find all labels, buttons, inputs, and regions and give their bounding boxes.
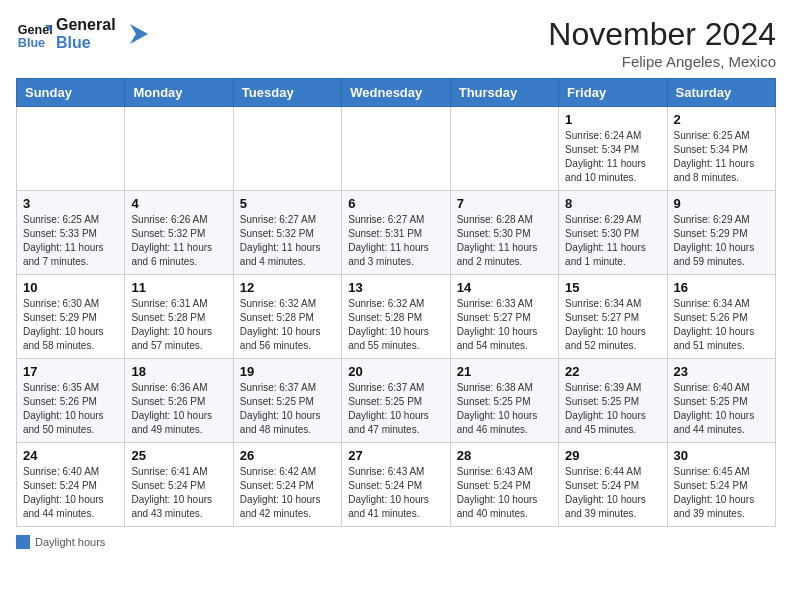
day-number: 24 [23,448,118,463]
day-number: 10 [23,280,118,295]
calendar-footer: Daylight hours [16,535,776,549]
day-info: Sunrise: 6:34 AM Sunset: 5:27 PM Dayligh… [565,297,660,353]
day-number: 20 [348,364,443,379]
day-info: Sunrise: 6:42 AM Sunset: 5:24 PM Dayligh… [240,465,335,521]
logo-general: General [56,16,116,34]
day-number: 6 [348,196,443,211]
calendar-cell: 21Sunrise: 6:38 AM Sunset: 5:25 PM Dayli… [450,359,558,443]
calendar-cell [342,107,450,191]
day-info: Sunrise: 6:37 AM Sunset: 5:25 PM Dayligh… [240,381,335,437]
calendar-cell [17,107,125,191]
calendar-cell: 5Sunrise: 6:27 AM Sunset: 5:32 PM Daylig… [233,191,341,275]
day-number: 15 [565,280,660,295]
logo: General Blue General Blue [16,16,148,52]
calendar-header: SundayMondayTuesdayWednesdayThursdayFrid… [17,79,776,107]
calendar-cell [233,107,341,191]
logo-arrow-icon [120,20,148,48]
calendar-week-row: 10Sunrise: 6:30 AM Sunset: 5:29 PM Dayli… [17,275,776,359]
calendar-week-row: 3Sunrise: 6:25 AM Sunset: 5:33 PM Daylig… [17,191,776,275]
month-title: November 2024 [548,16,776,53]
calendar-cell: 17Sunrise: 6:35 AM Sunset: 5:26 PM Dayli… [17,359,125,443]
day-info: Sunrise: 6:25 AM Sunset: 5:34 PM Dayligh… [674,129,769,185]
calendar-cell: 7Sunrise: 6:28 AM Sunset: 5:30 PM Daylig… [450,191,558,275]
day-info: Sunrise: 6:26 AM Sunset: 5:32 PM Dayligh… [131,213,226,269]
daylight-label: Daylight hours [35,536,105,548]
day-number: 21 [457,364,552,379]
calendar-cell: 6Sunrise: 6:27 AM Sunset: 5:31 PM Daylig… [342,191,450,275]
calendar-week-row: 24Sunrise: 6:40 AM Sunset: 5:24 PM Dayli… [17,443,776,527]
daylight-legend: Daylight hours [16,535,105,549]
day-info: Sunrise: 6:31 AM Sunset: 5:28 PM Dayligh… [131,297,226,353]
day-info: Sunrise: 6:38 AM Sunset: 5:25 PM Dayligh… [457,381,552,437]
calendar-cell: 9Sunrise: 6:29 AM Sunset: 5:29 PM Daylig… [667,191,775,275]
calendar-cell: 20Sunrise: 6:37 AM Sunset: 5:25 PM Dayli… [342,359,450,443]
weekday-header: Tuesday [233,79,341,107]
day-info: Sunrise: 6:30 AM Sunset: 5:29 PM Dayligh… [23,297,118,353]
day-info: Sunrise: 6:44 AM Sunset: 5:24 PM Dayligh… [565,465,660,521]
day-info: Sunrise: 6:41 AM Sunset: 5:24 PM Dayligh… [131,465,226,521]
day-info: Sunrise: 6:43 AM Sunset: 5:24 PM Dayligh… [348,465,443,521]
calendar-cell: 23Sunrise: 6:40 AM Sunset: 5:25 PM Dayli… [667,359,775,443]
day-number: 7 [457,196,552,211]
calendar-cell: 11Sunrise: 6:31 AM Sunset: 5:28 PM Dayli… [125,275,233,359]
day-number: 12 [240,280,335,295]
weekday-header: Sunday [17,79,125,107]
day-info: Sunrise: 6:40 AM Sunset: 5:24 PM Dayligh… [23,465,118,521]
calendar-cell: 28Sunrise: 6:43 AM Sunset: 5:24 PM Dayli… [450,443,558,527]
day-number: 25 [131,448,226,463]
day-info: Sunrise: 6:28 AM Sunset: 5:30 PM Dayligh… [457,213,552,269]
title-block: November 2024 Felipe Angeles, Mexico [548,16,776,70]
day-info: Sunrise: 6:33 AM Sunset: 5:27 PM Dayligh… [457,297,552,353]
calendar-body: 1Sunrise: 6:24 AM Sunset: 5:34 PM Daylig… [17,107,776,527]
day-info: Sunrise: 6:27 AM Sunset: 5:32 PM Dayligh… [240,213,335,269]
calendar-cell: 13Sunrise: 6:32 AM Sunset: 5:28 PM Dayli… [342,275,450,359]
day-info: Sunrise: 6:34 AM Sunset: 5:26 PM Dayligh… [674,297,769,353]
calendar-cell: 15Sunrise: 6:34 AM Sunset: 5:27 PM Dayli… [559,275,667,359]
day-number: 28 [457,448,552,463]
calendar-table: SundayMondayTuesdayWednesdayThursdayFrid… [16,78,776,527]
calendar-cell: 4Sunrise: 6:26 AM Sunset: 5:32 PM Daylig… [125,191,233,275]
logo-icon: General Blue [16,16,52,52]
calendar-cell: 27Sunrise: 6:43 AM Sunset: 5:24 PM Dayli… [342,443,450,527]
day-info: Sunrise: 6:40 AM Sunset: 5:25 PM Dayligh… [674,381,769,437]
calendar-cell: 3Sunrise: 6:25 AM Sunset: 5:33 PM Daylig… [17,191,125,275]
day-number: 30 [674,448,769,463]
weekday-header: Thursday [450,79,558,107]
calendar-cell: 8Sunrise: 6:29 AM Sunset: 5:30 PM Daylig… [559,191,667,275]
day-number: 11 [131,280,226,295]
day-number: 16 [674,280,769,295]
calendar-cell: 12Sunrise: 6:32 AM Sunset: 5:28 PM Dayli… [233,275,341,359]
weekday-header: Friday [559,79,667,107]
day-info: Sunrise: 6:25 AM Sunset: 5:33 PM Dayligh… [23,213,118,269]
calendar-cell: 19Sunrise: 6:37 AM Sunset: 5:25 PM Dayli… [233,359,341,443]
day-number: 13 [348,280,443,295]
day-info: Sunrise: 6:24 AM Sunset: 5:34 PM Dayligh… [565,129,660,185]
day-info: Sunrise: 6:29 AM Sunset: 5:30 PM Dayligh… [565,213,660,269]
calendar-week-row: 1Sunrise: 6:24 AM Sunset: 5:34 PM Daylig… [17,107,776,191]
day-info: Sunrise: 6:32 AM Sunset: 5:28 PM Dayligh… [240,297,335,353]
day-number: 3 [23,196,118,211]
calendar-cell: 14Sunrise: 6:33 AM Sunset: 5:27 PM Dayli… [450,275,558,359]
page-header: General Blue General Blue November 2024 … [16,16,776,70]
calendar-cell: 16Sunrise: 6:34 AM Sunset: 5:26 PM Dayli… [667,275,775,359]
day-number: 4 [131,196,226,211]
calendar-cell [125,107,233,191]
weekday-header: Monday [125,79,233,107]
calendar-cell: 24Sunrise: 6:40 AM Sunset: 5:24 PM Dayli… [17,443,125,527]
calendar-cell: 2Sunrise: 6:25 AM Sunset: 5:34 PM Daylig… [667,107,775,191]
day-info: Sunrise: 6:35 AM Sunset: 5:26 PM Dayligh… [23,381,118,437]
day-number: 5 [240,196,335,211]
day-info: Sunrise: 6:45 AM Sunset: 5:24 PM Dayligh… [674,465,769,521]
calendar-cell: 26Sunrise: 6:42 AM Sunset: 5:24 PM Dayli… [233,443,341,527]
day-info: Sunrise: 6:36 AM Sunset: 5:26 PM Dayligh… [131,381,226,437]
day-number: 8 [565,196,660,211]
day-number: 17 [23,364,118,379]
daylight-legend-box [16,535,30,549]
day-number: 14 [457,280,552,295]
day-number: 2 [674,112,769,127]
day-info: Sunrise: 6:39 AM Sunset: 5:25 PM Dayligh… [565,381,660,437]
day-number: 26 [240,448,335,463]
weekday-row: SundayMondayTuesdayWednesdayThursdayFrid… [17,79,776,107]
calendar-cell: 22Sunrise: 6:39 AM Sunset: 5:25 PM Dayli… [559,359,667,443]
weekday-header: Saturday [667,79,775,107]
